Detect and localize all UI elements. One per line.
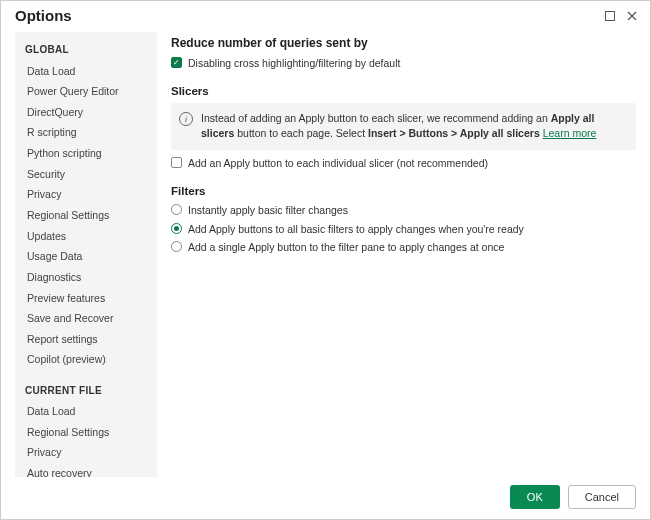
dialog-title: Options xyxy=(15,7,596,24)
sidebar-item-updates[interactable]: Updates xyxy=(15,226,157,247)
filter-radio-0[interactable] xyxy=(171,204,182,215)
slicer-apply-row[interactable]: Add an Apply button to each individual s… xyxy=(171,156,636,171)
filter-option-1[interactable]: Add Apply buttons to all basic filters t… xyxy=(171,222,636,237)
slicer-apply-checkbox[interactable] xyxy=(171,157,182,168)
filter-label-2: Add a single Apply button to the filter … xyxy=(188,240,504,255)
main-panel: Reduce number of queries sent by ✓ Disab… xyxy=(171,32,640,477)
filter-option-2[interactable]: Add a single Apply button to the filter … xyxy=(171,240,636,255)
filter-label-0: Instantly apply basic filter changes xyxy=(188,203,348,218)
sidebar-item-directquery[interactable]: DirectQuery xyxy=(15,102,157,123)
sidebar-item-power-query-editor[interactable]: Power Query Editor xyxy=(15,82,157,103)
slicer-apply-label: Add an Apply button to each individual s… xyxy=(188,156,488,171)
sidebar-item-python-scripting[interactable]: Python scripting xyxy=(15,144,157,165)
sidebar-heading-current: CURRENT FILE xyxy=(15,381,157,402)
ok-button[interactable]: OK xyxy=(510,485,560,509)
sidebar-item-r-scripting[interactable]: R scripting xyxy=(15,123,157,144)
sidebar-item-cf-privacy[interactable]: Privacy xyxy=(15,443,157,464)
sidebar-item-cf-data-load[interactable]: Data Load xyxy=(15,402,157,423)
options-dialog: Options GLOBAL Data Load Power Query Edi… xyxy=(0,0,651,520)
sidebar-item-preview-features[interactable]: Preview features xyxy=(15,288,157,309)
cancel-button[interactable]: Cancel xyxy=(568,485,636,509)
page-heading: Reduce number of queries sent by xyxy=(171,36,636,50)
sidebar: GLOBAL Data Load Power Query Editor Dire… xyxy=(15,32,157,477)
sidebar-item-regional-settings[interactable]: Regional Settings xyxy=(15,205,157,226)
sidebar-item-save-recover[interactable]: Save and Recover xyxy=(15,309,157,330)
filter-option-0[interactable]: Instantly apply basic filter changes xyxy=(171,203,636,218)
dialog-body: GLOBAL Data Load Power Query Editor Dire… xyxy=(1,26,650,477)
filter-label-1: Add Apply buttons to all basic filters t… xyxy=(188,222,524,237)
disable-cross-checkbox[interactable]: ✓ xyxy=(171,57,182,68)
sidebar-heading-global: GLOBAL xyxy=(15,40,157,61)
info-icon: i xyxy=(179,112,193,126)
sidebar-item-copilot[interactable]: Copilot (preview) xyxy=(15,350,157,371)
filters-heading: Filters xyxy=(171,185,636,197)
sidebar-item-cf-auto-recovery[interactable]: Auto recovery xyxy=(15,464,157,477)
disable-cross-row[interactable]: ✓ Disabling cross highlighting/filtering… xyxy=(171,56,636,71)
sidebar-item-cf-regional[interactable]: Regional Settings xyxy=(15,422,157,443)
learn-more-link[interactable]: Learn more xyxy=(543,127,597,139)
sidebar-item-privacy[interactable]: Privacy xyxy=(15,185,157,206)
sidebar-item-diagnostics[interactable]: Diagnostics xyxy=(15,267,157,288)
sidebar-item-report-settings[interactable]: Report settings xyxy=(15,329,157,350)
maximize-icon[interactable] xyxy=(602,8,618,24)
slicers-infobox: i Instead of adding an Apply button to e… xyxy=(171,103,636,151)
disable-cross-label: Disabling cross highlighting/filtering b… xyxy=(188,56,400,71)
sidebar-item-data-load[interactable]: Data Load xyxy=(15,61,157,82)
svg-rect-0 xyxy=(606,11,615,20)
filter-radio-1[interactable] xyxy=(171,223,182,234)
sidebar-item-security[interactable]: Security xyxy=(15,164,157,185)
slicers-heading: Slicers xyxy=(171,85,636,97)
sidebar-item-usage-data[interactable]: Usage Data xyxy=(15,247,157,268)
close-icon[interactable] xyxy=(624,8,640,24)
titlebar: Options xyxy=(1,1,650,26)
filter-radio-2[interactable] xyxy=(171,241,182,252)
slicers-info-text: Instead of adding an Apply button to eac… xyxy=(201,111,626,143)
dialog-footer: OK Cancel xyxy=(1,477,650,519)
